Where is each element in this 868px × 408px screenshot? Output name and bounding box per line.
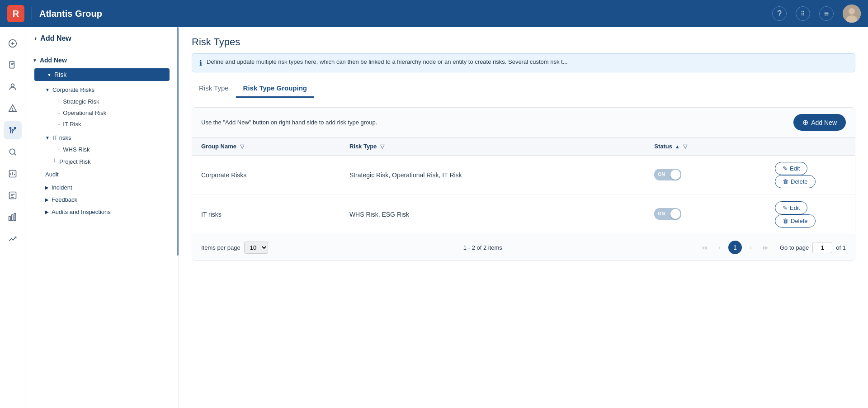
nav-add-icon[interactable]	[4, 34, 22, 52]
tree-root-add-new: ▼ Add New	[25, 54, 179, 66]
menu-icon[interactable]: ≡	[819, 6, 834, 21]
nav-chart-icon[interactable]	[4, 208, 22, 226]
tabs: Risk Type Risk Type Grouping	[192, 80, 855, 98]
content-body: Use the "Add New" button on right hand s…	[179, 98, 868, 270]
add-icon: ⊕	[802, 118, 808, 127]
icon-bar	[0, 27, 25, 408]
col-header-risk-type: Risk Type ▽	[340, 138, 645, 156]
total-pages: of 1	[836, 244, 846, 251]
group-name-filter-icon[interactable]: ▽	[240, 143, 244, 150]
tree-item-corporate-risks[interactable]: ▼ Corporate Risks	[25, 84, 179, 96]
back-button[interactable]: ‹	[34, 34, 37, 43]
delete-button-0[interactable]: 🗑 Delete	[775, 175, 816, 188]
goto-label: Go to page	[780, 244, 809, 251]
svg-point-9	[12, 110, 13, 111]
app-header: R Atlantis Group ? ⠿ ≡	[0, 0, 868, 27]
items-per-page-label: Items per page	[201, 244, 241, 251]
page-1-button[interactable]: 1	[728, 241, 742, 254]
tree-item-audits-inspections[interactable]: ▶ Audits and Inspections	[25, 206, 179, 218]
pagination-bar: Items per page 10 25 50 1 - 2 of 2 items…	[192, 234, 855, 261]
status-filter-icon[interactable]: ▽	[683, 143, 687, 150]
risk-type-cell: Strategic Risk, Operational Risk, IT Ris…	[340, 156, 645, 195]
last-page-button[interactable]: ⏭	[759, 241, 773, 254]
toggle-knob-1	[670, 209, 680, 219]
status-toggle-0[interactable]: ON	[654, 169, 681, 180]
avatar[interactable]	[843, 5, 861, 23]
group-name-cell: IT risks	[192, 195, 340, 234]
delete-button-1[interactable]: 🗑 Delete	[775, 214, 816, 228]
info-banner-text: Define and update multiple risk types he…	[207, 58, 567, 65]
svg-point-7	[11, 84, 14, 87]
delete-icon-1: 🗑	[783, 218, 788, 224]
table-toolbar: Use the "Add New" button on right hand s…	[192, 108, 855, 138]
items-per-page: Items per page 10 25 50	[201, 242, 268, 254]
add-new-button[interactable]: ⊕ Add New	[793, 114, 846, 131]
tree-item-whs-risk[interactable]: └ WHS Risk	[25, 144, 179, 155]
tab-risk-type-grouping[interactable]: Risk Type Grouping	[236, 80, 314, 98]
tree-item-audit[interactable]: Audit	[25, 167, 179, 181]
info-icon: ℹ	[199, 59, 202, 67]
goto-input[interactable]	[812, 242, 832, 253]
svg-rect-27	[11, 215, 13, 221]
sidebar: ‹ Add New ▼ Add New ▼ Risk ▼ Corporate R…	[25, 27, 179, 408]
page-controls: ⏮ ‹ 1 › ⏭	[698, 241, 773, 254]
tree-item-operational-risk[interactable]: └ Operational Risk	[25, 107, 179, 119]
toggle-label-0: ON	[658, 172, 665, 177]
header-divider	[32, 7, 32, 20]
tab-risk-type[interactable]: Risk Type	[192, 80, 236, 98]
nav-alert-icon[interactable]	[4, 100, 22, 118]
nav-filter-icon[interactable]	[4, 121, 22, 139]
header-icons: ? ⠿ ≡	[772, 5, 861, 23]
svg-line-17	[14, 153, 16, 155]
tree-item-it-risk[interactable]: └ IT Risk	[25, 119, 179, 130]
first-page-button[interactable]: ⏮	[698, 241, 711, 254]
edit-icon-0: ✎	[783, 165, 788, 172]
goto-page: Go to page of 1	[780, 242, 846, 253]
nav-user-icon[interactable]	[4, 78, 22, 96]
table-row: Corporate Risks Strategic Risk, Operatio…	[192, 156, 855, 195]
toggle-label-1: ON	[658, 211, 665, 216]
app-logo: R	[7, 5, 24, 22]
group-name-cell: Corporate Risks	[192, 156, 340, 195]
per-page-select[interactable]: 10 25 50	[244, 242, 268, 254]
next-page-button[interactable]: ›	[744, 241, 757, 254]
status-cell: ON	[645, 156, 764, 195]
tree-item-risk[interactable]: ▼ Risk	[34, 68, 170, 81]
nav-list-icon[interactable]	[4, 186, 22, 204]
page-info: 1 - 2 of 2 items	[275, 244, 690, 251]
edit-button-1[interactable]: ✎ Edit	[775, 201, 807, 214]
nav-document-icon[interactable]	[4, 56, 22, 74]
sidebar-header-title: Add New	[40, 34, 71, 43]
table-section: Use the "Add New" button on right hand s…	[192, 107, 855, 261]
svg-point-11	[12, 129, 13, 131]
tree-item-feedback[interactable]: ▶ Feedback	[25, 194, 179, 206]
status-toggle-1[interactable]: ON	[654, 208, 681, 220]
grid-icon[interactable]: ⠿	[796, 6, 810, 21]
scroll-indicator	[177, 27, 179, 256]
actions-cell-0: ✎ Edit 🗑 Delete	[764, 156, 855, 195]
sidebar-header: ‹ Add New	[25, 27, 179, 50]
tree-item-project-risk[interactable]: └ Project Risk	[25, 156, 179, 167]
risk-type-cell: WHS Risk, ESG Risk	[340, 195, 645, 234]
svg-point-12	[14, 127, 15, 128]
tree-item-it-risks[interactable]: ▼ IT risks	[25, 132, 179, 144]
edit-button-0[interactable]: ✎ Edit	[775, 162, 807, 175]
help-icon[interactable]: ?	[772, 6, 787, 21]
nav-report-icon[interactable]	[4, 165, 22, 183]
main-content: Risk Types ℹ Define and update multiple …	[179, 27, 868, 408]
prev-page-button[interactable]: ‹	[713, 241, 726, 254]
tree-item-incident[interactable]: ▶ Incident	[25, 181, 179, 194]
risk-type-group-table: Group Name ▽ Risk Type ▽ Status ▲ ▽	[192, 138, 855, 234]
col-header-status: Status ▲ ▽	[645, 138, 764, 156]
content-header: Risk Types ℹ Define and update multiple …	[179, 27, 868, 98]
info-banner: ℹ Define and update multiple risk types …	[192, 53, 855, 72]
status-sort-icon[interactable]: ▲	[675, 144, 680, 149]
toggle-knob-0	[670, 170, 680, 180]
status-cell: ON	[645, 195, 764, 234]
tree-item-strategic-risk[interactable]: └ Strategic Risk	[25, 96, 179, 107]
svg-point-10	[9, 127, 11, 128]
nav-search-icon[interactable]	[4, 143, 22, 161]
nav-trending-icon[interactable]	[4, 230, 22, 248]
risk-type-filter-icon[interactable]: ▽	[380, 143, 384, 150]
col-header-group-name: Group Name ▽	[192, 138, 340, 156]
